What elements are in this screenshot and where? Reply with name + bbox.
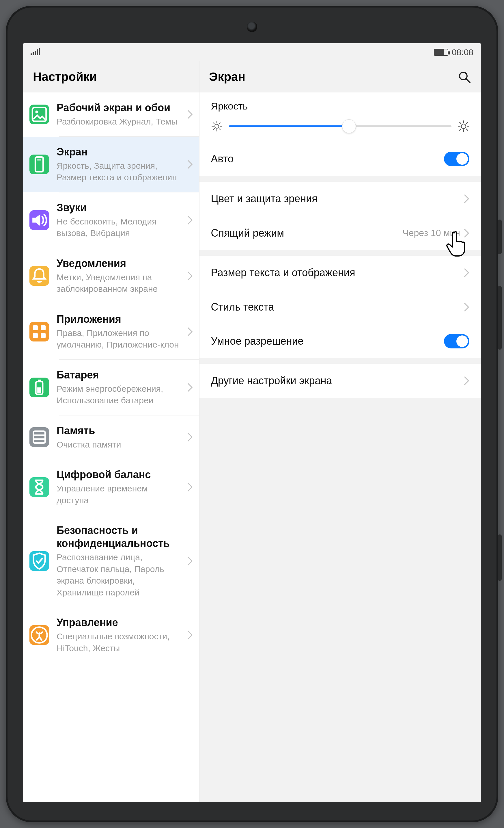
sidebar-item-title: Звуки [56,201,180,214]
sidebar-item-shield[interactable]: Безопасность и конфиденциаль­ностьРаспоз… [23,515,199,607]
side-button[interactable] [498,535,502,581]
apps-icon [30,322,49,341]
sidebar-item-subtitle: Управление временем доступа [56,483,180,506]
row-label: Спящий режим [211,227,284,239]
svg-line-38 [460,129,461,130]
chevron-right-icon [187,482,193,492]
sidebar-item-title: Безопасность и конфиденциаль­ность [56,524,180,550]
svg-rect-2 [35,51,36,55]
row-text-display-size[interactable]: Размер текста и отображения [199,256,481,290]
row-smart-resolution[interactable]: Умное разрешение [199,324,481,358]
row-label: Умное разрешение [211,335,304,347]
row-color-eye-comfort[interactable]: Цвет и защита зрения [199,182,481,216]
sound-icon [30,210,49,230]
svg-point-6 [35,110,38,113]
shield-icon [30,551,49,571]
sidebar-item-subtitle: Очистка памяти [56,439,180,451]
row-sleep[interactable]: Спящий режим Через 10 мин [199,216,481,250]
sidebar-item-display[interactable]: ЭкранЯркость, Защита зрения, Размер текс… [23,137,199,192]
sidebar-item-sound[interactable]: ЗвукиНе беспокоить, Мелодия вызова, Вибр… [23,193,199,248]
chevron-right-icon [187,110,193,119]
main-pane: Экран Яркость [199,61,481,802]
front-camera [247,22,257,32]
brightness-label: Яркость [199,92,481,117]
chevron-right-icon [464,228,469,238]
sidebar-title: Настройки [23,61,199,92]
bell-icon [30,266,49,286]
brightness-low-icon [211,121,223,132]
auto-brightness-label: Авто [211,153,233,165]
chevron-right-icon [187,327,193,337]
sidebar-item-title: Цифровой баланс [56,468,180,481]
auto-brightness-toggle[interactable] [444,152,469,166]
sidebar-item-subtitle: Метки, Уведомления на заблокированном эк… [56,272,180,295]
brightness-high-icon [458,121,469,132]
status-bar: 08:08 [23,43,481,61]
row-label: Другие настройки экрана [211,375,332,387]
sidebar-item-title: Уведомления [56,257,180,270]
sidebar-item-battery[interactable]: БатареяРежим энергосбере­жения, Использо… [23,360,199,415]
svg-rect-15 [37,387,41,393]
chevron-right-icon [187,382,193,392]
chevron-right-icon [464,194,469,204]
power-button[interactable] [498,219,502,254]
smart-resolution-toggle[interactable] [444,334,469,348]
brightness-section: Яркость Авто [199,92,481,176]
chevron-right-icon [187,432,193,442]
row-font-style[interactable]: Стиль текста [199,290,481,324]
svg-line-35 [460,122,461,124]
sidebar-item-subtitle: Разблокировка Журнал, Темы [56,116,180,128]
svg-rect-9 [33,325,38,330]
sidebar-list: Рабочий экран и обоиРазблокировка Журнал… [23,92,199,802]
hourglass-icon [30,477,49,497]
sidebar-item-subtitle: Яркость, Защита зрения, Размер текста и … [56,160,180,183]
auto-brightness-row[interactable]: Авто [199,142,481,176]
chevron-right-icon [464,302,469,312]
page-title: Экран [209,70,245,84]
svg-point-21 [215,124,219,128]
sidebar-item-title: Батарея [56,368,180,381]
storage-icon [30,427,49,447]
sidebar-item-subtitle: Распознавание лица, Отпечаток пальца, Па… [56,551,180,598]
svg-rect-7 [35,157,43,172]
svg-rect-11 [33,333,38,338]
chevron-right-icon [187,271,193,281]
svg-line-20 [466,79,470,83]
sidebar-item-bell[interactable]: УведомленияМетки, Уведомления на заблоки… [23,248,199,304]
brightness-slider[interactable] [229,121,452,132]
svg-line-36 [466,129,468,130]
svg-rect-0 [31,53,32,55]
svg-rect-12 [41,333,46,338]
sidebar-item-subtitle: Права, Приложения по умолчанию, Приложен… [56,327,180,351]
row-label: Стиль текста [211,301,274,313]
row-other-display-settings[interactable]: Другие настройки экрана [199,364,481,398]
clock: 08:08 [452,47,473,57]
battery-icon [30,378,49,397]
chevron-right-icon [187,160,193,169]
screen: 08:08 Настройки Рабочий экран и обоиРазб… [23,43,481,802]
search-button[interactable] [457,70,471,84]
svg-rect-16 [34,431,45,443]
svg-rect-1 [33,52,34,55]
sidebar-item-subtitle: Специальные возможности, HiTouch, Жесты [56,631,180,654]
chevron-right-icon [464,376,469,386]
volume-buttons[interactable] [498,286,502,349]
row-value: Через 10 мин [402,227,464,238]
wallpaper-icon [30,105,49,124]
sidebar-item-hourglass[interactable]: Цифровой балансУправление временем досту… [23,459,199,515]
svg-line-27 [219,129,220,130]
sidebar-item-storage[interactable]: ПамятьОчистка памяти [23,415,199,459]
svg-rect-14 [38,379,41,381]
tablet-frame: 08:08 Настройки Рабочий экран и обоиРазб… [6,6,498,822]
sidebar-item-accessibility[interactable]: УправлениеСпециальные возможности, HiTou… [23,607,199,663]
svg-rect-3 [37,49,38,55]
row-label: Размер текста и отображения [211,267,355,279]
chevron-right-icon [187,630,193,640]
accessibility-icon [30,625,49,645]
slider-thumb[interactable] [342,119,356,133]
sidebar-item-title: Управление [56,616,180,629]
row-label: Цвет и защита зрения [211,193,318,205]
sidebar-item-wallpaper[interactable]: Рабочий экран и обоиРазблокировка Журнал… [23,92,199,136]
svg-line-37 [466,122,468,124]
sidebar-item-apps[interactable]: ПриложенияПрава, Приложения по умолчанию… [23,304,199,360]
